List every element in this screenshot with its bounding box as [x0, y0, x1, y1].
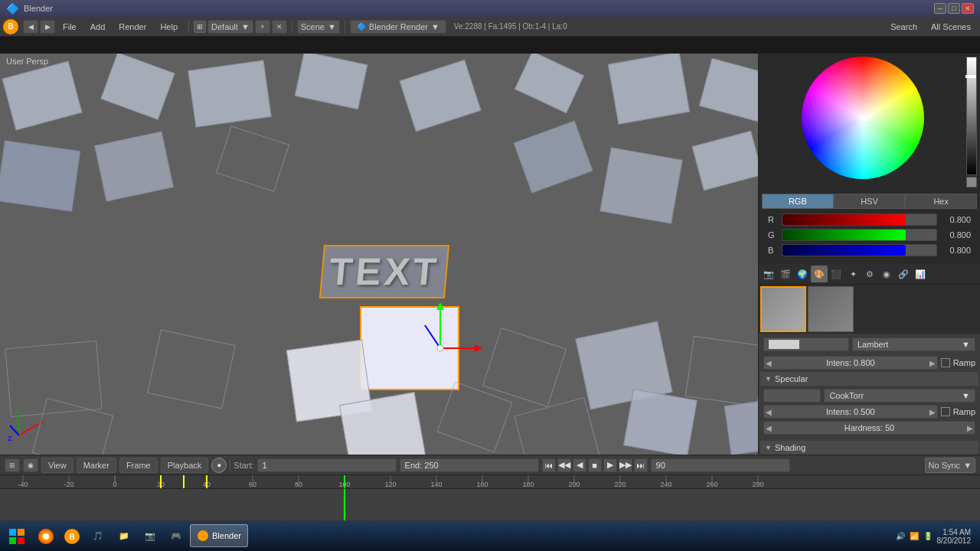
svg-rect-69: [18, 537, 24, 544]
svg-text:120: 120: [384, 481, 396, 488]
taskbar-app4[interactable]: 📷: [138, 524, 162, 549]
svg-marker-19: [475, 344, 482, 352]
tab-hex[interactable]: Hex: [905, 194, 977, 209]
close-button[interactable]: ✕: [962, 3, 974, 14]
taskbar-app3[interactable]: 📁: [112, 524, 136, 549]
g-row: G 0.800: [765, 227, 974, 243]
frame-menu[interactable]: Frame: [119, 458, 158, 473]
menu-file[interactable]: File: [57, 19, 83, 34]
all-scenes-button[interactable]: All Scenes: [925, 19, 977, 34]
end-field[interactable]: End: 250: [400, 458, 539, 472]
nav-prev-button[interactable]: ◀: [23, 20, 38, 34]
layout-add-button[interactable]: +: [255, 20, 270, 34]
right-panel: RGB HSV Hex R 0.800 G 0.8: [758, 54, 980, 485]
material-thumb-2[interactable]: [808, 286, 854, 332]
diffuse-color-field[interactable]: [763, 337, 849, 351]
menu-render[interactable]: Render: [113, 19, 152, 34]
prev-frame-button[interactable]: ◀◀: [557, 458, 571, 472]
diffuse-color-swatch[interactable]: [769, 340, 799, 349]
panel-icon-camera[interactable]: 📷: [760, 266, 777, 282]
shading-header[interactable]: ▼ Shading: [760, 441, 978, 455]
color-eyedrop[interactable]: [966, 177, 977, 187]
color-cursor[interactable]: [866, 115, 872, 121]
spec-color-swatch[interactable]: [763, 389, 821, 403]
panel-icon-world[interactable]: 🌍: [794, 266, 811, 282]
panel-icon-physics[interactable]: ⚙: [861, 266, 878, 282]
spec-intens-row: ◀ Intens: 0.500 ▶ Ramp: [763, 405, 975, 419]
minimize-button[interactable]: ─: [934, 3, 946, 14]
color-wheel-container[interactable]: [802, 57, 924, 179]
jump-end-button[interactable]: ⏭: [634, 458, 648, 472]
play-reverse-button[interactable]: ◀: [573, 458, 586, 472]
menu-add[interactable]: Add: [84, 19, 112, 34]
svg-rect-68: [9, 537, 16, 544]
playback-menu[interactable]: Playback: [161, 458, 209, 473]
svg-text:180: 180: [522, 481, 534, 488]
material-thumb-1[interactable]: [760, 286, 806, 332]
jump-start-button[interactable]: ⏮: [542, 458, 556, 472]
specular-title: Specular: [775, 374, 808, 383]
sync-select[interactable]: No Sync ▼: [925, 458, 975, 473]
layout-group: ⊞ Default ▼ + ✕: [194, 20, 287, 34]
taskbar-blender[interactable]: B: [60, 524, 84, 549]
start-field[interactable]: 1: [257, 458, 397, 472]
record-button[interactable]: ●: [211, 458, 227, 473]
intens-field[interactable]: ◀ Intens: 0.800 ▶: [763, 356, 938, 370]
hardness-row: ◀ Hardness: 50 ▶: [763, 421, 975, 435]
menu-help[interactable]: Help: [154, 19, 184, 34]
layout-select[interactable]: Default ▼: [207, 20, 253, 34]
r-row: R 0.800: [765, 212, 974, 227]
b-slider[interactable]: [782, 244, 937, 256]
spec-shader-select[interactable]: CookTorr ▼: [824, 389, 975, 403]
render-engine-select[interactable]: 🔷 Blender Render ▼: [350, 20, 446, 34]
panel-icon-material[interactable]: 🎨: [811, 266, 828, 282]
viewport-label: User Persp: [6, 57, 48, 66]
taskbar-firefox[interactable]: [34, 524, 58, 549]
nav-next-button[interactable]: ▶: [40, 20, 55, 34]
viewport[interactable]: TEXT X: [0, 54, 758, 485]
spec-ramp-checkbox[interactable]: [941, 407, 950, 416]
panel-icon-particles[interactable]: ✦: [844, 266, 861, 282]
g-slider[interactable]: [782, 229, 937, 241]
taskbar-blender-app[interactable]: Blender: [190, 524, 248, 547]
taskbar-app2[interactable]: 🎵: [86, 524, 110, 549]
panel-icon-data[interactable]: 📊: [912, 266, 929, 282]
color-wheel[interactable]: [802, 57, 924, 179]
spec-intens-field[interactable]: ◀ Intens: 0.500 ▶: [763, 405, 938, 419]
svg-text:260: 260: [706, 481, 717, 488]
current-frame-field[interactable]: 90: [651, 458, 790, 472]
ramp-label: Ramp: [953, 358, 975, 367]
view-menu-tl[interactable]: View: [41, 458, 74, 473]
tab-rgb[interactable]: RGB: [762, 194, 834, 209]
taskbar-app5[interactable]: 🎮: [164, 524, 188, 549]
hardness-field[interactable]: ◀ Hardness: 50 ▶: [763, 421, 975, 435]
cube-wire-4: [685, 336, 758, 406]
shader-select[interactable]: Lambert ▼: [852, 337, 975, 351]
tl-type-toggle[interactable]: ⊞: [5, 458, 20, 472]
panel-icon-object[interactable]: ◉: [878, 266, 895, 282]
play-button[interactable]: ▶: [603, 458, 617, 472]
panel-icon-texture[interactable]: ⬛: [828, 266, 844, 282]
titlebar: 🔷 Blender ─ □ ✕: [0, 0, 980, 17]
layout-close-button[interactable]: ✕: [272, 20, 287, 34]
ramp-checkbox[interactable]: [941, 358, 950, 367]
panel-icon-constraints[interactable]: 🔗: [895, 266, 912, 282]
brightness-strip[interactable]: [966, 57, 977, 175]
tl-extra[interactable]: ◉: [23, 458, 38, 472]
panel-icon-render[interactable]: 🎬: [777, 266, 794, 282]
svg-point-72: [43, 533, 49, 540]
scene-select[interactable]: Scene ▼: [297, 20, 340, 34]
color-picker-inner: [762, 57, 977, 191]
marker-menu[interactable]: Marker: [77, 458, 116, 473]
tab-hsv[interactable]: HSV: [834, 194, 906, 209]
stop-button[interactable]: ■: [588, 458, 602, 472]
search-button[interactable]: Search: [884, 19, 923, 34]
next-frame-button[interactable]: ▶▶: [619, 458, 632, 472]
specular-header[interactable]: ▼ Specular: [760, 372, 978, 386]
r-slider[interactable]: [782, 214, 937, 226]
maximize-button[interactable]: □: [948, 3, 960, 14]
shading-title: Shading: [775, 443, 805, 452]
clock-time: 1:54 AM: [937, 528, 972, 536]
timeline-area[interactable]: [0, 488, 980, 520]
start-button[interactable]: [3, 523, 31, 550]
